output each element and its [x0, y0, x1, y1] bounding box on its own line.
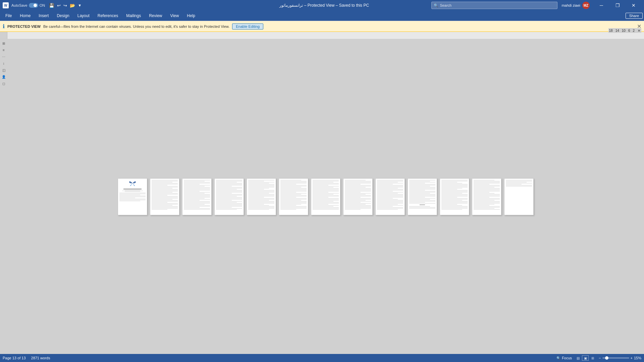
share-button[interactable]: Share — [626, 13, 643, 19]
menu-insert[interactable]: Insert — [35, 12, 53, 19]
menu-help[interactable]: Help — [183, 12, 199, 19]
tool-2-icon[interactable]: ≡ — [1, 47, 6, 53]
menu-mailings[interactable]: Mailings — [122, 12, 145, 19]
page-4-thumbnail[interactable] — [214, 178, 244, 215]
zoom-slider[interactable] — [602, 357, 629, 359]
document-canvas — [7, 39, 644, 354]
tool-4-icon[interactable]: ↕ — [1, 61, 6, 66]
menu-layout[interactable]: Layout — [73, 12, 94, 19]
redo-icon[interactable]: ↪ — [63, 3, 67, 8]
focus-label[interactable]: Focus — [562, 356, 572, 360]
read-mode-button[interactable]: ▤ — [575, 355, 581, 361]
zoom-in-icon[interactable]: + — [631, 356, 633, 360]
page-9-thumbnail[interactable] — [375, 178, 405, 215]
zoom-percent-text: 15% — [634, 356, 641, 360]
view-mode-buttons: ▤ ▣ ⊞ — [575, 355, 596, 361]
page-1-thumbnail[interactable] — [118, 178, 147, 215]
page-6-thumbnail[interactable] — [279, 178, 308, 215]
page-8-content — [345, 180, 371, 214]
zoom-level-14[interactable]: 14 — [615, 28, 620, 33]
save-icon[interactable]: 💾 — [49, 3, 54, 8]
minimize-button[interactable]: ─ — [594, 0, 609, 11]
ruler-area — [0, 32, 644, 39]
zoom-out-icon[interactable]: − — [599, 356, 601, 360]
page-11-thumbnail[interactable] — [440, 178, 469, 215]
open-icon[interactable]: 📂 — [70, 3, 75, 8]
page-2-thumbnail[interactable] — [150, 178, 179, 215]
page-1-logo-svg — [128, 180, 137, 187]
page-6-content — [280, 180, 307, 214]
enable-editing-button[interactable]: Enable Editing — [232, 23, 263, 29]
page-13-thumbnail[interactable] — [504, 178, 534, 215]
zoom-level-6[interactable]: 6 — [628, 28, 631, 33]
web-layout-button[interactable]: ⊞ — [589, 355, 596, 361]
title-bar-left: W AutoSave ON 💾 ↩ ↪ 📂 ▼ — [3, 2, 217, 8]
title-bar-right: 🔍 Search mahdi ziaei MZ ─ ❐ ✕ — [431, 0, 641, 11]
tool-1-icon[interactable]: ⊞ — [1, 41, 6, 46]
horizontal-ruler — [7, 32, 644, 39]
menu-references[interactable]: References — [94, 12, 122, 19]
undo-icon[interactable]: ↩ — [57, 3, 61, 8]
page-9-content — [377, 180, 403, 214]
menu-file[interactable]: File — [1, 12, 16, 19]
close-button[interactable]: ✕ — [626, 0, 641, 11]
tool-5-icon[interactable]: ◫ — [1, 67, 6, 73]
zoom-level-10[interactable]: 10 — [621, 28, 626, 33]
main-area: ⊞ ≡ ⋯ ↕ ◫ 👤 ◻ — [0, 39, 644, 354]
print-layout-button[interactable]: ▣ — [582, 355, 589, 361]
user-name-text: mahdi ziaei — [561, 3, 580, 7]
customize-qat-icon[interactable]: ▼ — [78, 3, 82, 7]
page-8-thumbnail[interactable] — [343, 178, 373, 215]
page-5-content — [248, 180, 274, 214]
status-bar-right: 🔍 Focus ▤ ▣ ⊞ − + 15% — [556, 355, 641, 361]
page-11-content — [441, 180, 468, 214]
window-controls: ─ ❐ ✕ — [594, 0, 641, 11]
page-12-content — [474, 180, 500, 214]
page-1-content — [119, 180, 146, 214]
page-2-content — [152, 180, 178, 214]
page-3-thumbnail[interactable] — [182, 178, 212, 215]
search-placeholder-text: Search — [440, 3, 451, 7]
zoom-level-18[interactable]: 18 — [608, 28, 613, 33]
zoom-close-icon[interactable]: ✕ — [637, 28, 641, 33]
page-5-thumbnail[interactable] — [247, 178, 276, 215]
word-count-text: 2871 words — [31, 356, 50, 360]
doc-title: ترانسفورماتور – Protected View – Saved t… — [217, 3, 431, 8]
tool-6-icon[interactable]: 👤 — [1, 74, 6, 79]
restore-button[interactable]: ❐ — [610, 0, 625, 11]
title-bar: W AutoSave ON 💾 ↩ ↪ 📂 ▼ ترانسفورماتور – … — [0, 0, 644, 11]
search-box[interactable]: 🔍 Search — [431, 2, 557, 9]
user-avatar[interactable]: MZ — [582, 2, 590, 9]
doc-status-detail: Protected View – Saved to this PC — [308, 3, 369, 8]
doc-status-text: – — [304, 3, 308, 8]
ribbon: File Home Insert Design Layout Reference… — [0, 11, 644, 21]
autosave-label: AutoSave — [11, 3, 28, 7]
page-10-thumbnail[interactable] — [408, 178, 437, 215]
zoom-level-2[interactable]: 2 — [632, 28, 635, 33]
menu-home[interactable]: Home — [16, 12, 35, 19]
protected-view-title: PROTECTED VIEW — [7, 24, 41, 28]
user-initials: MZ — [584, 4, 588, 7]
page-3-content — [184, 180, 210, 214]
zoom-area: − + 15% — [599, 356, 641, 360]
autosave-toggle[interactable] — [29, 3, 38, 8]
menu-review[interactable]: Review — [145, 12, 166, 19]
tool-7-icon[interactable]: ◻ — [1, 81, 6, 86]
page-7-thumbnail[interactable] — [311, 178, 340, 215]
focus-icon: 🔍 — [556, 356, 560, 360]
menu-view[interactable]: View — [166, 12, 183, 19]
menu-design[interactable]: Design — [53, 12, 73, 19]
status-bar: Page 13 of 13 2871 words 🔍 Focus ▤ ▣ ⊞ −… — [0, 354, 644, 362]
page-info-text: Page 13 of 13 — [3, 356, 26, 360]
menu-bar: File Home Insert Design Layout Reference… — [0, 11, 644, 21]
tool-3-icon[interactable]: ⋯ — [1, 54, 6, 59]
page-12-thumbnail[interactable] — [472, 178, 501, 215]
user-area: mahdi ziaei MZ — [561, 2, 590, 9]
pages-container — [118, 178, 534, 215]
left-tools-panel: ⊞ ≡ ⋯ ↕ ◫ 👤 ◻ — [0, 39, 7, 354]
page-4-content — [216, 180, 242, 214]
page-7-content — [313, 180, 339, 214]
autosave-state: ON — [40, 3, 45, 7]
word-logo-icon: W — [3, 2, 9, 8]
page-title-line — [123, 189, 142, 189]
